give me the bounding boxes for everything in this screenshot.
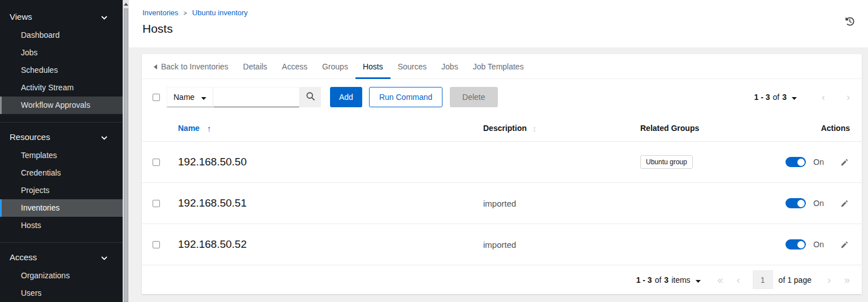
group-chip[interactable]: Ubuntu group [640, 155, 693, 169]
pencil-icon [840, 160, 849, 168]
toggle-state-label: On [813, 157, 824, 167]
tab-details[interactable]: Details [236, 54, 275, 78]
delete-button[interactable]: Delete [450, 87, 497, 107]
sidebar-item-schedules[interactable]: Schedules [0, 62, 123, 79]
back-triangle-icon [154, 62, 157, 71]
table-row: 192.168.50.52 imported On [142, 224, 862, 265]
sidebar-item-dashboard[interactable]: Dashboard [0, 27, 123, 44]
pagination-total: 3 [782, 93, 787, 102]
table-row: 192.168.50.51 imported On [142, 183, 862, 224]
nav-group-access[interactable]: Access [0, 247, 123, 267]
pagination-top: 1 - 3 of 3 ‹ › [751, 92, 850, 102]
sort-ascending-icon: ↑ [207, 124, 211, 133]
row-checkbox[interactable] [153, 241, 160, 248]
sidebar-item-credentials[interactable]: Credentials [0, 164, 123, 182]
filter-key-select[interactable]: Name [167, 87, 213, 107]
nav-section-resources: Resources Templates Credentials Projects… [0, 122, 123, 242]
caret-down-icon [792, 93, 797, 102]
sidebar-item-organizations[interactable]: Organizations [0, 267, 123, 285]
breadcrumb-separator: > [184, 10, 187, 16]
sidebar-item-jobs[interactable]: Jobs [0, 44, 123, 62]
sidebar-item-activity-stream[interactable]: Activity Stream [0, 79, 123, 97]
pagination-first-button[interactable]: « [718, 275, 723, 285]
tab-access[interactable]: Access [275, 54, 315, 78]
breadcrumb-inventories-link[interactable]: Inventories [142, 8, 179, 17]
edit-host-button[interactable] [839, 239, 850, 250]
sidebar-item-users[interactable]: Users [0, 285, 123, 302]
row-checkbox[interactable] [153, 159, 160, 166]
breadcrumb: Inventories > Ubuntu inventory [142, 8, 248, 17]
toolbar: Name Add Run Command Delete 1 - 3 of 3 [142, 79, 862, 115]
host-name: 192.168.50.51 [178, 197, 483, 209]
pagination-next-button[interactable]: › [847, 92, 850, 102]
breadcrumb-ubuntu-inventory-link[interactable]: Ubuntu inventory [192, 8, 248, 17]
tab-sources[interactable]: Sources [390, 54, 434, 78]
sidebar-item-projects[interactable]: Projects [0, 182, 123, 199]
nav-section-access: Access Organizations Users [0, 242, 123, 302]
chevron-down-icon [101, 252, 107, 262]
tab-back-to-inventories[interactable]: Back to Inventories [146, 54, 236, 78]
nav-group-resources-label: Resources [10, 132, 50, 142]
pagination-next-button[interactable]: › [827, 275, 831, 285]
page-header-text: Inventories > Ubuntu inventory Hosts [142, 8, 248, 36]
page-title: Hosts [142, 22, 248, 36]
row-actions: On [780, 239, 850, 250]
edit-host-button[interactable] [839, 198, 850, 209]
sidebar-item-hosts[interactable]: Hosts [0, 217, 123, 234]
pagination-range: 1 - 3 [754, 93, 770, 102]
sidebar-item-workflow-approvals[interactable]: Workflow Approvals [0, 97, 123, 114]
app-root: Views Dashboard Jobs Schedules Activity … [0, 0, 868, 302]
nav-group-views[interactable]: Views [0, 7, 123, 27]
chevron-down-icon [101, 132, 107, 142]
column-header-name[interactable]: Name ↑ [178, 124, 483, 133]
select-all-checkbox[interactable] [153, 94, 160, 101]
tab-job-templates[interactable]: Job Templates [466, 54, 531, 78]
nav-section-views: Views Dashboard Jobs Schedules Activity … [0, 2, 123, 122]
tab-hosts[interactable]: Hosts [355, 54, 390, 78]
tab-back-label: Back to Inventories [161, 62, 228, 71]
activity-history-button[interactable] [843, 14, 857, 29]
table-row: 192.168.50.50 Ubuntu group On [142, 142, 862, 183]
tab-groups[interactable]: Groups [315, 54, 355, 78]
host-enabled-toggle[interactable] [785, 157, 806, 167]
toggle-state-label: On [813, 199, 824, 208]
host-enabled-toggle[interactable] [785, 239, 806, 250]
filter-group: Name [167, 87, 321, 107]
add-button[interactable]: Add [330, 87, 362, 107]
host-name: 192.168.50.52 [178, 238, 483, 251]
host-enabled-toggle[interactable] [785, 198, 806, 208]
history-icon [845, 20, 855, 28]
pagination-prev-button[interactable]: ‹ [822, 92, 825, 102]
edit-host-button[interactable] [839, 157, 850, 168]
pagination-last-button[interactable]: » [844, 275, 850, 285]
column-name-label: Name [178, 124, 199, 133]
search-icon [306, 91, 315, 103]
sidebar-item-inventories[interactable]: Inventories [0, 199, 123, 217]
main-content: Inventories > Ubuntu inventory Hosts Bac… [129, 0, 868, 302]
host-description: imported [483, 240, 640, 250]
row-checkbox[interactable] [153, 200, 160, 207]
pagination-of-word: of [773, 93, 780, 102]
sidebar-scrollbar[interactable] [123, 0, 129, 302]
sort-icon: ↕ [532, 124, 537, 133]
sidebar-item-templates[interactable]: Templates [0, 147, 123, 164]
column-header-description[interactable]: Description ↕ [483, 124, 640, 133]
related-groups-cell: Ubuntu group [640, 155, 780, 169]
search-input[interactable] [213, 87, 300, 107]
run-command-button[interactable]: Run Command [369, 87, 442, 107]
pagination-bottom-dropdown[interactable]: 1 - 3 of 3 items [633, 275, 704, 285]
pagination-top-dropdown[interactable]: 1 - 3 of 3 [751, 92, 801, 102]
nav-group-resources[interactable]: Resources [0, 127, 123, 147]
pagination-prev-button[interactable]: ‹ [737, 275, 740, 285]
search-button[interactable] [300, 87, 321, 107]
pagination-range: 1 - 3 [636, 275, 652, 285]
scrollbar-thumb[interactable] [124, 8, 128, 302]
tab-jobs[interactable]: Jobs [434, 54, 466, 78]
pencil-icon [840, 201, 849, 209]
pagination-total: 3 [664, 275, 669, 285]
pagination-of-word: of [655, 275, 662, 285]
scrollbar-up-arrow-icon[interactable] [123, 0, 129, 8]
page-number-input[interactable] [753, 270, 773, 289]
filter-key-label: Name [173, 93, 194, 102]
chevron-down-icon [101, 12, 107, 21]
